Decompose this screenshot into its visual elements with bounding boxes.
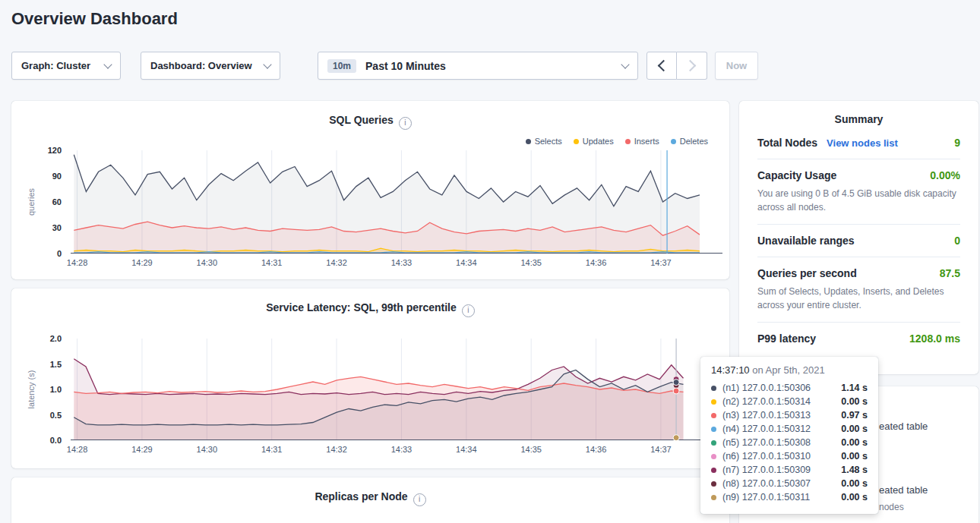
x-tick-label: 14:33 xyxy=(391,445,413,454)
x-tick-label: 14:28 xyxy=(67,445,88,454)
legend-item[interactable]: Inserts xyxy=(625,137,659,146)
overview-dashboard-page: Overview Dashboard Graph: Cluster Dashbo… xyxy=(0,0,980,523)
x-tick-label: 14:34 xyxy=(456,258,477,267)
time-nav-group xyxy=(646,52,707,80)
chevron-down-icon xyxy=(103,60,112,68)
legend-dot-icon xyxy=(526,139,531,144)
x-tick-label: 14:29 xyxy=(131,258,153,267)
dashboard-dropdown-label: Dashboard: Overview xyxy=(150,60,252,71)
sql-queries-plot[interactable] xyxy=(71,150,722,257)
tooltip-row: (n1) 127.0.0.1:503061.14 s xyxy=(711,381,868,395)
legend-item[interactable]: Selects xyxy=(526,137,562,146)
y-tick-label: 0 xyxy=(57,249,62,258)
y-axis-ticks: 0.00.51.01.52.0 xyxy=(37,339,66,440)
x-tick-label: 14:30 xyxy=(197,445,218,454)
node-color-dot-icon xyxy=(711,495,716,500)
capacity-usage-subtext: You are using 0 B of 4.5 GiB usable disk… xyxy=(757,187,960,214)
y-tick-label: 60 xyxy=(52,197,62,206)
graph-dropdown[interactable]: Graph: Cluster xyxy=(11,52,121,80)
y-tick-label: 2.0 xyxy=(50,334,62,343)
tooltip-row: (n8) 127.0.0.1:503070.00 s xyxy=(711,477,868,490)
info-icon[interactable]: i xyxy=(462,304,475,317)
summary-total-nodes-section: Total Nodes View nodes list 9 xyxy=(757,127,960,159)
x-tick-label: 14:29 xyxy=(131,445,153,454)
y-tick-label: 90 xyxy=(52,172,62,181)
time-range-picker[interactable]: 10m Past 10 Minutes xyxy=(318,52,638,80)
node-color-dot-icon xyxy=(711,386,716,391)
time-prev-button[interactable] xyxy=(646,52,677,80)
chevron-left-icon xyxy=(657,60,669,72)
summary-unavailable-section: Unavailable ranges 0 xyxy=(757,225,960,257)
time-range-label: Past 10 Minutes xyxy=(365,60,446,72)
service-latency-panel: Service Latency: SQL, 99th percentilei l… xyxy=(11,288,729,468)
tooltip-row: (n7) 127.0.0.1:503091.48 s xyxy=(711,463,868,477)
node-color-dot-icon xyxy=(711,481,716,487)
queries-per-second-subtext: Sum of Selects, Updates, Inserts, and De… xyxy=(757,285,960,312)
tooltip-row: (n4) 127.0.0.1:503120.00 s xyxy=(711,422,868,436)
capacity-usage-value: 0.00% xyxy=(930,169,960,181)
node-latency-value: 1.48 s xyxy=(841,465,868,475)
graph-dropdown-label: Graph: Cluster xyxy=(21,60,90,71)
x-tick-label: 14:35 xyxy=(520,445,542,454)
service-latency-title: Service Latency: SQL, 99th percentilei xyxy=(11,301,729,317)
chart-legend: SelectsUpdatesInsertsDeletes xyxy=(526,137,708,146)
x-tick-label: 14:31 xyxy=(261,258,283,267)
event-item-fragment[interactable]: eated table xyxy=(879,421,928,432)
legend-item[interactable]: Updates xyxy=(574,137,614,146)
node-address: (n1) 127.0.0.1:50306 xyxy=(722,383,841,393)
node-address: (n8) 127.0.0.1:50307 xyxy=(722,478,841,489)
now-button[interactable]: Now xyxy=(715,52,758,80)
view-nodes-list-link[interactable]: View nodes list xyxy=(827,137,898,149)
time-range-badge: 10m xyxy=(327,59,356,73)
replicas-per-node-title: Replicas per Nodei xyxy=(11,490,729,506)
summary-header: Summary xyxy=(739,113,978,125)
info-icon[interactable]: i xyxy=(399,117,412,130)
node-address: (n2) 127.0.0.1:50314 xyxy=(722,396,841,407)
node-latency-value: 0.97 s xyxy=(841,410,868,421)
summary-qps-section: Queries per second 87.5 Sum of Selects, … xyxy=(757,257,960,323)
tooltip-row: (n3) 127.0.0.1:503130.97 s xyxy=(711,408,868,422)
node-address: (n6) 127.0.0.1:50310 xyxy=(722,451,841,462)
y-tick-label: 0.5 xyxy=(50,411,62,420)
legend-label: Selects xyxy=(535,137,562,146)
service-latency-plot[interactable] xyxy=(71,339,722,443)
node-latency-value: 0.00 s xyxy=(841,424,868,434)
node-color-dot-icon xyxy=(711,399,716,405)
now-button-label: Now xyxy=(726,60,747,71)
unavailable-ranges-value: 0 xyxy=(954,235,960,247)
time-next-button[interactable] xyxy=(677,52,707,80)
event-item-fragment[interactable]: eated table xyxy=(879,484,928,496)
tooltip-timestamp: 14:37:10 on Apr 5th, 2021 xyxy=(711,364,868,376)
node-address: (n9) 127.0.0.1:50311 xyxy=(722,492,841,503)
y-axis-ticks: 0306090120 xyxy=(37,150,66,254)
node-address: (n7) 127.0.0.1:50309 xyxy=(722,465,841,475)
x-tick-label: 14:28 xyxy=(67,258,88,267)
y-axis-label: latency (s) xyxy=(27,370,36,409)
unavailable-ranges-label: Unavailable ranges xyxy=(757,235,855,247)
legend-dot-icon xyxy=(625,139,631,144)
x-tick-label: 14:32 xyxy=(326,258,347,267)
node-latency-value: 0.00 s xyxy=(841,396,868,407)
info-icon[interactable]: i xyxy=(413,493,426,506)
queries-per-second-value: 87.5 xyxy=(940,267,960,279)
total-nodes-value: 9 xyxy=(954,137,960,149)
summary-panel: Summary Total Nodes View nodes list 9 Ca… xyxy=(739,101,978,374)
tooltip-rows: (n1) 127.0.0.1:503061.14 s(n2) 127.0.0.1… xyxy=(711,381,868,504)
node-latency-value: 0.00 s xyxy=(841,478,868,489)
capacity-usage-label: Capacity Usage xyxy=(757,169,836,181)
total-nodes-label: Total Nodes xyxy=(757,137,817,149)
x-tick-label: 14:33 xyxy=(391,258,413,267)
tooltip-row: (n5) 127.0.0.1:503080.00 s xyxy=(711,436,868,449)
dashboard-dropdown[interactable]: Dashboard: Overview xyxy=(141,52,280,80)
x-tick-label: 14:36 xyxy=(586,258,607,267)
chart-hover-tooltip: 14:37:10 on Apr 5th, 2021 (n1) 127.0.0.1… xyxy=(700,357,878,514)
node-address: (n4) 127.0.0.1:50312 xyxy=(722,424,841,434)
sql-queries-title: SQL Queriesi xyxy=(11,114,729,130)
node-latency-value: 0.00 s xyxy=(841,437,868,448)
x-tick-label: 14:35 xyxy=(520,258,542,267)
legend-item[interactable]: Deletes xyxy=(671,137,708,146)
chevron-down-icon xyxy=(621,60,629,68)
p99-latency-label: P99 latency xyxy=(757,332,816,345)
p99-latency-value: 1208.0 ms xyxy=(909,332,960,345)
y-tick-label: 1.5 xyxy=(50,360,62,369)
